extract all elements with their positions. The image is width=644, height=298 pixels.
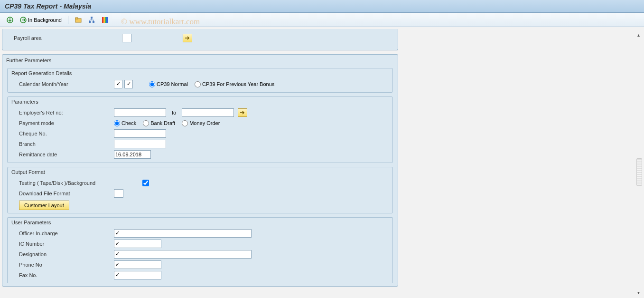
emp-ref-to-input[interactable] xyxy=(182,108,234,117)
cp39-prev-label: CP39 For Previous Year Bonus xyxy=(202,81,274,87)
remittance-row: Remittance date xyxy=(8,149,392,160)
officer-row: Officer In-charge ✓ xyxy=(8,228,392,239)
emp-ref-multiple-button[interactable] xyxy=(238,108,247,117)
testing-checkbox[interactable] xyxy=(142,180,149,186)
org-structure-button[interactable] xyxy=(86,15,97,25)
app-title: CP39 Tax Report - Malaysia xyxy=(5,2,91,10)
cp39-prev-radio[interactable] xyxy=(195,81,201,87)
cp39-type-group: CP39 Normal CP39 For Previous Year Bonus xyxy=(149,81,274,87)
report-generation-group: Report Generation Details Calendar Month… xyxy=(7,68,393,93)
calendar-month-check[interactable]: ✓ xyxy=(114,80,122,88)
branch-input[interactable] xyxy=(114,140,166,148)
main-area: Payroll area Further Parameters Report G… xyxy=(0,27,644,298)
remittance-label: Remittance date xyxy=(19,152,114,157)
cp39-normal-label: CP39 Normal xyxy=(157,81,188,87)
phone-row: Phone No ✓ xyxy=(8,260,392,270)
in-background-button[interactable]: In Background xyxy=(18,15,63,25)
arrow-right-icon xyxy=(185,36,190,40)
download-input[interactable] xyxy=(114,189,123,198)
designation-label: Designation xyxy=(19,251,114,257)
toolbar-separator xyxy=(68,16,68,24)
parameters-group: Parameters Employer's Ref no: to Payment… xyxy=(7,96,393,163)
ic-input[interactable]: ✓ xyxy=(114,240,161,248)
download-row: Download File Format xyxy=(8,188,392,199)
selection-panel: Payroll area xyxy=(2,29,398,50)
execute-bg-icon xyxy=(19,16,27,24)
right-area: ▴ ▾ xyxy=(400,27,644,298)
scroll-up-button[interactable]: ▴ xyxy=(635,31,642,38)
parameters-title: Parameters xyxy=(8,97,392,107)
payroll-area-row: Payroll area xyxy=(2,33,398,43)
title-bar: CP39 Tax Report - Malaysia xyxy=(0,0,644,13)
pay-draft-label: Bank Draft xyxy=(150,120,175,126)
to-label: to xyxy=(172,110,176,115)
payroll-area-label: Payroll area xyxy=(14,35,122,41)
payroll-area-multiple-button[interactable] xyxy=(183,34,192,42)
svg-rect-9 xyxy=(105,17,106,23)
payment-mode-label: Payment mode xyxy=(19,120,114,126)
emp-ref-row: Employer's Ref no: to xyxy=(8,107,392,118)
svg-rect-3 xyxy=(75,18,78,19)
cp39-normal-option[interactable]: CP39 Normal xyxy=(149,81,188,87)
payment-mode-row: Payment mode Check Bank Draft Money Orde… xyxy=(8,118,392,128)
pay-draft-option[interactable]: Bank Draft xyxy=(143,120,175,126)
designation-input[interactable]: ✓ xyxy=(114,250,252,259)
fax-input[interactable]: ✓ xyxy=(114,271,161,279)
output-format-group: Output Format Testing ( Tape/Disk )/Back… xyxy=(7,167,393,213)
svg-rect-8 xyxy=(103,17,105,23)
testing-label: Testing ( Tape/Disk )/Background xyxy=(19,180,142,186)
calendar-row: Calendar Month/Year ✓ ✓ CP39 Normal CP39… xyxy=(8,79,392,89)
branch-row: Branch xyxy=(8,139,392,149)
rainbow-icon xyxy=(101,16,109,24)
officer-label: Officer In-charge xyxy=(19,231,114,236)
scroll-grip[interactable] xyxy=(636,158,642,186)
branch-label: Branch xyxy=(19,141,114,147)
fax-label: Fax No. xyxy=(19,272,114,278)
payroll-area-input[interactable] xyxy=(122,34,131,42)
further-parameters-panel: Further Parameters Report Generation Det… xyxy=(2,54,398,287)
fax-row: Fax No. ✓ xyxy=(8,270,392,280)
get-variant-button[interactable] xyxy=(73,15,84,25)
officer-input[interactable]: ✓ xyxy=(114,229,252,238)
pay-draft-radio[interactable] xyxy=(143,120,149,126)
pay-money-label: Money Order xyxy=(189,120,220,126)
calendar-year-check[interactable]: ✓ xyxy=(124,80,133,88)
remittance-input[interactable] xyxy=(114,150,151,159)
payment-mode-group: Check Bank Draft Money Order xyxy=(114,120,220,126)
cheque-row: Cheque No. xyxy=(8,128,392,139)
toolbar: In Background xyxy=(0,13,644,27)
user-parameters-group: User Parameters Officer In-charge ✓ IC N… xyxy=(7,217,393,283)
report-generation-title: Report Generation Details xyxy=(8,68,392,79)
pay-money-option[interactable]: Money Order xyxy=(182,120,220,126)
emp-ref-from-input[interactable] xyxy=(114,108,166,117)
phone-label: Phone No xyxy=(19,262,114,268)
org-icon xyxy=(88,16,95,24)
folder-icon xyxy=(75,16,82,24)
ic-label: IC Number xyxy=(19,241,114,247)
pay-check-radio[interactable] xyxy=(114,120,120,126)
svg-rect-4 xyxy=(91,17,93,19)
pay-check-option[interactable]: Check xyxy=(114,120,136,126)
user-parameters-title: User Parameters xyxy=(8,218,392,228)
scroll-down-button[interactable]: ▾ xyxy=(635,288,642,296)
designation-row: Designation ✓ xyxy=(8,249,392,260)
customer-layout-button[interactable]: Customer Layout xyxy=(19,201,69,210)
cp39-prev-option[interactable]: CP39 For Previous Year Bonus xyxy=(195,81,274,87)
pay-money-radio[interactable] xyxy=(182,120,188,126)
content: Payroll area Further Parameters Report G… xyxy=(0,27,400,298)
svg-rect-5 xyxy=(89,21,91,23)
cheque-label: Cheque No. xyxy=(19,131,114,136)
pay-check-label: Check xyxy=(121,120,136,126)
svg-rect-6 xyxy=(93,21,94,23)
download-label: Download File Format xyxy=(19,191,114,196)
phone-input[interactable]: ✓ xyxy=(114,260,161,269)
cheque-input[interactable] xyxy=(114,129,166,138)
execute-icon xyxy=(6,16,14,24)
arrow-right-icon xyxy=(240,110,245,115)
in-background-label: In Background xyxy=(28,17,62,23)
execute-button[interactable] xyxy=(5,15,15,25)
emp-ref-label: Employer's Ref no: xyxy=(19,110,114,115)
search-help-button[interactable] xyxy=(100,15,110,25)
testing-row: Testing ( Tape/Disk )/Background xyxy=(8,178,392,188)
cp39-normal-radio[interactable] xyxy=(149,81,155,87)
